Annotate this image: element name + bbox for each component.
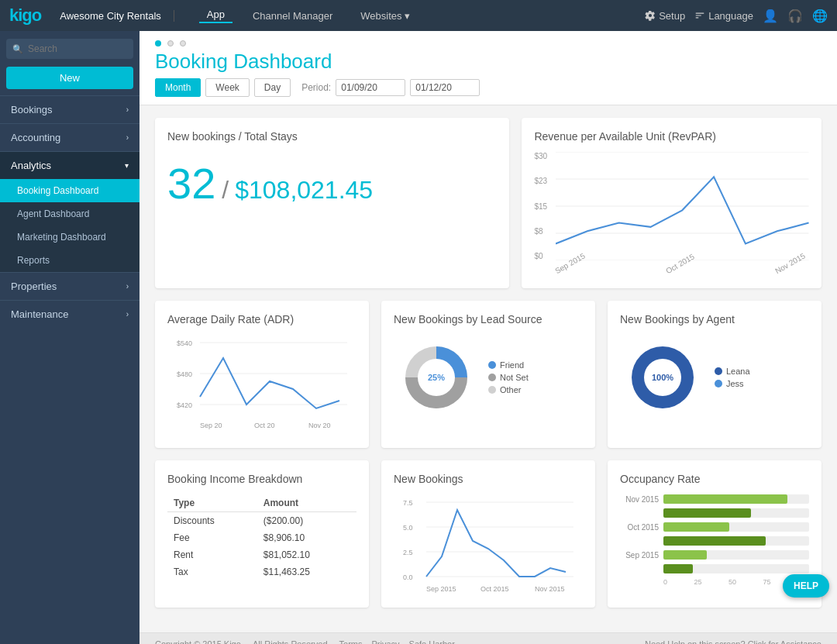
analytics-chevron-icon: ▾ (125, 161, 129, 170)
sidebar-item-properties[interactable]: Properties › (0, 273, 140, 300)
jess-label: Jess (726, 379, 744, 388)
not-set-dot (488, 374, 496, 381)
adr-card: Average Daily Rate (ADR) $540 $480 $420 … (155, 301, 369, 448)
leana-dot (715, 367, 722, 375)
language-label: Language (708, 10, 753, 22)
globe-icon[interactable]: 🌐 (812, 9, 828, 23)
amount-tax: $11,463.25 (257, 563, 356, 580)
month-tab[interactable]: Month (155, 78, 201, 97)
occ-bar-sep2015-1: Sep 2015 (620, 550, 809, 560)
date-from-input[interactable] (336, 79, 405, 96)
bookings-label: Bookings (11, 104, 52, 115)
svg-text:Oct 2015: Oct 2015 (480, 585, 509, 593)
svg-text:$480: $480 (177, 370, 192, 378)
sidebar: 🔍 New Bookings › Accounting › Analytics … (0, 31, 140, 644)
occ-track-6 (663, 564, 809, 573)
revpar-y-1: $23 (534, 177, 547, 185)
lead-source-legend: Friend Not Set Other (488, 360, 529, 394)
maintenance-chevron-icon: › (126, 310, 129, 319)
revpar-y-2: $15 (534, 202, 547, 211)
page-footer: Copyright © 2015 Kigo. All Rights Reserv… (140, 632, 837, 644)
svg-text:Sep 20: Sep 20 (200, 422, 222, 429)
sidebar-agent-dashboard[interactable]: Agent Dashboard (0, 202, 140, 226)
occ-x-75: 75 (763, 578, 770, 586)
dot-inactive2 (180, 40, 186, 46)
other-label: Other (500, 385, 522, 394)
col-type: Type (167, 494, 257, 512)
jess-dot (715, 380, 722, 387)
leana-label: Leana (726, 367, 750, 376)
income-table: Type Amount Discounts ($200.00) Fee $8,9… (167, 494, 356, 580)
income-card: Booking Income Breakdown Type Amount Dis… (155, 460, 369, 608)
svg-text:Nov 20: Nov 20 (308, 422, 331, 429)
amount-discounts: ($200.00) (257, 512, 356, 530)
legend-jess: Jess (715, 379, 750, 388)
lead-source-chart: 25% Friend Not Set Other (394, 335, 583, 420)
bookings-amount: $108,021.45 (235, 176, 373, 205)
new-bookings-title: New Bookings (394, 473, 583, 485)
footer-safe-harbor[interactable]: Safe Harbor (409, 639, 455, 644)
sidebar-item-analytics[interactable]: Analytics ▾ (0, 152, 140, 179)
page-title: Booking Dashboard (155, 50, 822, 74)
properties-label: Properties (11, 281, 57, 292)
language-link[interactable]: Language (694, 10, 753, 22)
svg-text:Sep 2015: Sep 2015 (426, 585, 456, 593)
occ-bar-nov2015-1: Nov 2015 (620, 494, 809, 504)
footer-terms[interactable]: Terms (339, 639, 363, 644)
svg-text:7.5: 7.5 (403, 499, 413, 507)
occ-x-0: 0 (663, 578, 667, 586)
occ-label-nov: Nov 2015 (620, 495, 659, 504)
occ-bar-nov2015-2 (620, 508, 809, 518)
agent-legend: Leana Jess (715, 367, 750, 388)
occ-fill-3 (663, 522, 729, 532)
headset-icon[interactable]: 🎧 (787, 9, 803, 23)
copyright-text: Copyright © 2015 Kigo. (155, 639, 243, 644)
type-discounts: Discounts (167, 512, 257, 530)
footer-privacy[interactable]: Privacy (372, 639, 400, 644)
new-button[interactable]: New (6, 67, 133, 89)
income-title: Booking Income Breakdown (167, 473, 356, 485)
occupancy-bars: Nov 2015 Oct 2015 (620, 494, 809, 586)
svg-text:$540: $540 (177, 339, 192, 347)
date-to-input[interactable] (410, 79, 480, 96)
week-tab[interactable]: Week (205, 78, 249, 97)
nav-app[interactable]: App (199, 9, 232, 23)
revpar-chart: $30 $23 $15 $8 $0 (534, 152, 809, 276)
indicator-dots (155, 40, 822, 46)
occ-x-25: 25 (694, 578, 701, 586)
day-tab[interactable]: Day (254, 78, 291, 97)
slash: / (222, 176, 229, 205)
revpar-svg (556, 152, 809, 260)
svg-text:100%: 100% (652, 373, 673, 382)
accounting-label: Accounting (11, 132, 60, 143)
search-input[interactable] (6, 39, 133, 59)
nav-channel-manager[interactable]: Channel Manager (245, 10, 340, 22)
legend-friend: Friend (488, 360, 529, 370)
friend-dot (488, 361, 496, 369)
sidebar-item-accounting[interactable]: Accounting › (0, 124, 140, 151)
svg-text:25%: 25% (428, 373, 445, 382)
total-stays-card: New bookings / Total Stays 32 / $108,021… (155, 118, 509, 288)
svg-text:2.5: 2.5 (403, 549, 413, 556)
bookings-count: 32 (167, 158, 215, 208)
sidebar-item-maintenance[interactable]: Maintenance › (0, 301, 140, 328)
occ-track-1 (663, 494, 809, 504)
sidebar-booking-dashboard[interactable]: Booking Dashboard (0, 179, 140, 202)
help-button[interactable]: HELP (783, 574, 829, 598)
row-1: New bookings / Total Stays 32 / $108,021… (155, 118, 822, 288)
legend-leana: Leana (715, 367, 750, 376)
type-tax: Tax (167, 563, 257, 580)
nav-websites[interactable]: Websites ▾ (353, 10, 418, 22)
adr-chart: $540 $480 $420 Sep 20 Oct 20 Nov 20 (167, 335, 356, 436)
agent-title: New Bookings by Agent (620, 313, 809, 325)
setup-link[interactable]: Setup (645, 10, 685, 22)
main-content: Booking Dashboard Month Week Day Period:… (140, 31, 837, 644)
sidebar-reports[interactable]: Reports (0, 249, 140, 272)
revpar-y-labels: $30 $23 $15 $8 $0 (534, 152, 547, 260)
occ-bar-sep2015-2 (620, 564, 809, 573)
user-icon[interactable]: 👤 (763, 9, 778, 23)
kigo-logo: kigo (9, 5, 41, 26)
sidebar-item-bookings[interactable]: Bookings › (0, 96, 140, 123)
sidebar-marketing-dashboard[interactable]: Marketing Dashboard (0, 226, 140, 249)
footer-all-rights[interactable]: All Rights Reserved. (253, 639, 330, 644)
